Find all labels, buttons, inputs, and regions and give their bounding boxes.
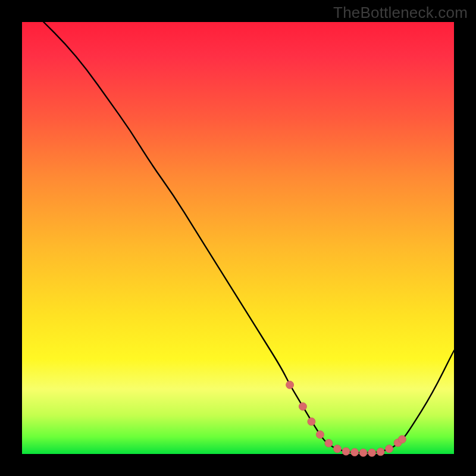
sweet-spot-marker [377, 448, 384, 456]
sweet-spot-marker [386, 445, 393, 453]
sweet-spot-markers [286, 381, 406, 456]
sweet-spot-marker [316, 431, 324, 439]
sweet-spot-marker [325, 439, 333, 447]
plot-area [22, 22, 454, 454]
chart-svg [22, 22, 454, 454]
sweet-spot-marker [368, 449, 376, 456]
watermark-text: TheBottleneck.com [333, 4, 468, 22]
sweet-spot-marker [351, 449, 359, 456]
chart-frame: TheBottleneck.com [0, 0, 476, 476]
sweet-spot-marker [359, 449, 367, 456]
sweet-spot-marker [398, 436, 406, 443]
sweet-spot-marker [342, 447, 350, 455]
sweet-spot-marker [299, 403, 306, 411]
sweet-spot-marker [308, 418, 315, 425]
sweet-spot-marker [286, 381, 294, 389]
sweet-spot-marker [333, 445, 341, 453]
bottleneck-curve [43, 22, 454, 453]
